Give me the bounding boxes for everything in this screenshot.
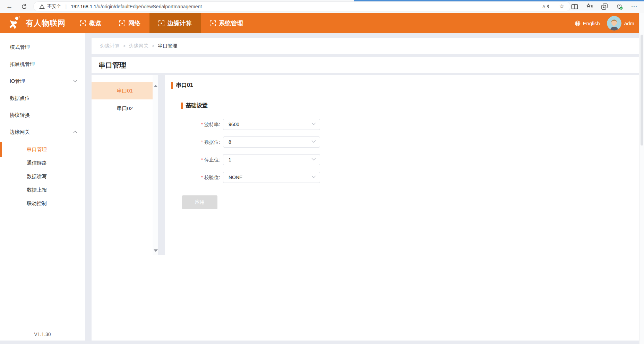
tab-overview[interactable]: 概览 xyxy=(71,13,110,33)
scan-icon xyxy=(80,20,86,26)
list-scrollbar[interactable] xyxy=(153,75,158,255)
scroll-up-icon[interactable] xyxy=(154,85,158,87)
chevron-down-icon xyxy=(311,158,316,161)
avatar xyxy=(607,16,621,30)
sidebar: 模式管理 拓展机管理 IO管理 数据点位 协议转换 边缘网关 xyxy=(0,33,85,341)
screen: ← 不安全 | 192.168.1.1/#/origin/defaultEdge… xyxy=(0,0,644,344)
panel-divider-gap xyxy=(158,75,165,255)
tab-network[interactable]: 网络 xyxy=(110,13,149,33)
sidebar-item-expansion-management[interactable]: 拓展机管理 xyxy=(0,56,85,73)
collections-icon[interactable] xyxy=(601,3,608,10)
toolbar-right-icons: ⋯ xyxy=(571,0,638,13)
address-divider: | xyxy=(66,4,67,9)
refresh-icon[interactable] xyxy=(19,2,28,11)
url-text[interactable]: 192.168.1.1/#/origin/defaultEdge/ViewSer… xyxy=(71,4,202,9)
serial-port-list: 串口01 串口02 xyxy=(92,75,158,255)
breadcrumb: 边缘计算 > 边缘网关 > 串口管理 xyxy=(92,38,639,54)
page-scrollbar[interactable] xyxy=(639,13,644,344)
language-switch[interactable]: English xyxy=(575,20,600,26)
chevron-down-icon xyxy=(73,80,77,82)
data-bits-select[interactable]: 8 xyxy=(223,136,320,148)
stop-bits-select[interactable]: 1 xyxy=(223,154,320,165)
browser-essentials-icon[interactable] xyxy=(616,3,623,10)
globe-icon xyxy=(575,20,581,26)
parity-select[interactable]: NONE xyxy=(223,172,320,183)
panel-heading: 串口01 xyxy=(171,82,635,89)
chevron-down-icon xyxy=(311,175,316,178)
address-bar[interactable]: 不安全 | 192.168.1.1/#/origin/defaultEdge/V… xyxy=(33,1,570,11)
tab-system-management[interactable]: 系统管理 xyxy=(201,13,252,33)
panel-heading-text: 串口01 xyxy=(176,82,193,89)
tab-edge-computing[interactable]: 边缘计算 xyxy=(149,13,201,33)
breadcrumb-edge-computing[interactable]: 边缘计算 xyxy=(100,43,120,49)
window-accent-strip xyxy=(354,0,644,1)
language-label: English xyxy=(583,20,600,26)
stop-bits-label: *停止位: xyxy=(171,154,220,165)
svg-text:®: ® xyxy=(19,16,20,18)
app-version: V1.1.30 xyxy=(0,332,85,337)
content-panel: 串口01 串口02 串口01 基础设置 *波特率: 9600 xyxy=(92,75,639,341)
parity-label: *校验位: xyxy=(171,172,220,183)
data-bits-label: *数据位: xyxy=(171,136,220,148)
active-indicator-bar xyxy=(0,142,2,157)
sidebar-item-serial-port-management[interactable]: 串口管理 xyxy=(0,143,85,156)
page-title-card: 串口管理 xyxy=(92,57,639,73)
sidebar-item-linkage-control[interactable]: 联动控制 xyxy=(0,197,85,210)
form-row-stop-bits: *停止位: 1 xyxy=(171,154,635,165)
scan-icon xyxy=(158,20,164,26)
scan-icon xyxy=(210,20,216,26)
scrollbar-thumb[interactable] xyxy=(641,35,643,145)
divider xyxy=(171,94,635,94)
breadcrumb-current: 串口管理 xyxy=(158,43,177,49)
breadcrumb-separator: > xyxy=(152,44,154,48)
app-header: ® 有人物联网 概览 网络 边缘计算 xyxy=(0,13,639,33)
sidebar-item-communication-link[interactable]: 通信链路 xyxy=(0,156,85,170)
split-screen-icon[interactable] xyxy=(571,3,578,10)
main-nav: 概览 网络 边缘计算 系统管理 xyxy=(71,13,252,33)
sidebar-item-protocol-conversion[interactable]: 协议转换 xyxy=(0,107,85,124)
page-title: 串口管理 xyxy=(98,61,126,70)
breadcrumb-edge-gateway[interactable]: 边缘网关 xyxy=(129,43,148,49)
scroll-down-icon[interactable] xyxy=(154,249,158,252)
baud-rate-select[interactable]: 9600 xyxy=(223,119,320,130)
section-heading-text: 基础设置 xyxy=(186,102,208,109)
chevron-down-icon xyxy=(311,122,316,125)
favorites-bar-icon[interactable] xyxy=(586,3,593,10)
heading-accent-bar xyxy=(171,82,173,89)
username-label: adm xyxy=(624,20,634,26)
brand-logo-icon: ® xyxy=(8,16,22,30)
form-row-parity: *校验位: NONE xyxy=(171,172,635,183)
baud-rate-label: *波特率: xyxy=(171,119,220,130)
sidebar-item-io-management[interactable]: IO管理 xyxy=(0,73,85,90)
port-list-item-01[interactable]: 串口01 xyxy=(92,82,158,99)
sidebar-item-edge-gateway[interactable]: 边缘网关 xyxy=(0,124,85,141)
chevron-up-icon xyxy=(73,131,77,133)
serial-port-form-panel: 串口01 基础设置 *波特率: 9600 *数据位: 8 xyxy=(165,75,639,209)
breadcrumb-separator: > xyxy=(123,44,126,48)
read-aloud-icon[interactable]: A xyxy=(542,3,549,10)
back-icon[interactable]: ← xyxy=(5,2,14,11)
basic-settings-form: *波特率: 9600 *数据位: 8 *停止位: 1 xyxy=(171,119,635,183)
security-warning-label: 不安全 xyxy=(47,3,61,10)
site-security[interactable]: 不安全 xyxy=(39,3,61,10)
apply-button[interactable]: 应用 xyxy=(182,195,217,209)
scan-icon xyxy=(119,20,125,26)
more-icon[interactable]: ⋯ xyxy=(631,3,638,10)
svg-text:A: A xyxy=(542,4,546,9)
section-heading: 基础设置 xyxy=(181,102,635,109)
port-list-item-02[interactable]: 串口02 xyxy=(92,99,158,117)
sidebar-item-mode-management[interactable]: 模式管理 xyxy=(0,39,85,56)
user-menu[interactable]: adm xyxy=(607,16,634,30)
heading-accent-bar xyxy=(181,103,183,109)
brand-name: 有人物联网 xyxy=(26,18,66,28)
brand: ® 有人物联网 xyxy=(8,16,66,30)
form-row-baud-rate: *波特率: 9600 xyxy=(171,119,635,130)
sidebar-item-data-points[interactable]: 数据点位 xyxy=(0,90,85,107)
browser-toolbar: ← 不安全 | 192.168.1.1/#/origin/defaultEdge… xyxy=(0,0,644,13)
sidebar-item-data-reporting[interactable]: 数据上报 xyxy=(0,183,85,197)
favorite-star-icon[interactable]: ☆ xyxy=(558,3,565,10)
warning-icon xyxy=(39,4,45,9)
chevron-down-icon xyxy=(311,140,316,143)
form-row-data-bits: *数据位: 8 xyxy=(171,136,635,148)
sidebar-item-data-read-write[interactable]: 数据读写 xyxy=(0,170,85,183)
